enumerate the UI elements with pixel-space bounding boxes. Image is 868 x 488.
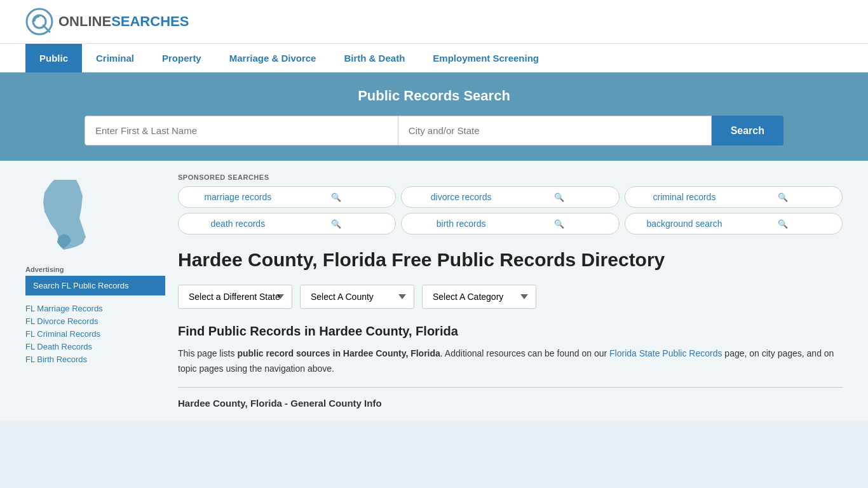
nav-item-marriage[interactable]: Marriage & Divorce xyxy=(215,44,330,72)
search-icon: 🔍 xyxy=(287,219,386,229)
name-input[interactable] xyxy=(85,116,398,146)
florida-map xyxy=(25,173,165,258)
logo-text: ONLINESEARCHES xyxy=(58,13,189,30)
list-item: FL Birth Records xyxy=(25,354,165,364)
sponsored-item[interactable]: divorce records 🔍 xyxy=(401,186,619,208)
site-header: ONLINESEARCHES xyxy=(0,0,868,43)
list-item: FL Criminal Records xyxy=(25,329,165,339)
logo: ONLINESEARCHES xyxy=(25,8,189,36)
main-content: SPONSORED SEARCHES marriage records 🔍 di… xyxy=(178,173,843,409)
florida-map-svg xyxy=(25,173,102,256)
logo-online: ONLINE xyxy=(58,13,111,29)
main-nav: Public Criminal Property Marriage & Divo… xyxy=(0,43,868,72)
county-info-title: Hardee County, Florida - General County … xyxy=(178,398,843,409)
find-records-title: Find Public Records in Hardee County, Fl… xyxy=(178,324,843,339)
sponsored-item[interactable]: background search 🔍 xyxy=(625,213,843,234)
state-dropdown[interactable]: Select a Different State xyxy=(178,285,292,309)
sidebar-ad-section: Advertising Search FL Public Records FL … xyxy=(25,266,165,364)
find-body-text1: This page lists xyxy=(178,348,237,358)
list-item: FL Death Records xyxy=(25,341,165,351)
nav-item-employment[interactable]: Employment Screening xyxy=(419,44,553,72)
sponsored-death: death records xyxy=(189,219,287,229)
find-body-text2: . Additional resources can be found on o… xyxy=(440,348,609,358)
sponsored-divorce: divorce records xyxy=(412,192,510,202)
search-icon: 🔍 xyxy=(287,193,386,202)
list-item: FL Divorce Records xyxy=(25,316,165,326)
find-body-bold: public record sources in Hardee County, … xyxy=(237,348,440,358)
main-container: Advertising Search FL Public Records FL … xyxy=(0,161,868,421)
sponsored-background: background search xyxy=(635,219,734,229)
sponsored-item[interactable]: criminal records 🔍 xyxy=(625,186,843,208)
sponsored-birth: birth records xyxy=(412,219,510,229)
svg-line-2 xyxy=(43,25,50,32)
logo-icon xyxy=(25,8,53,36)
find-records-body: This page lists public record sources in… xyxy=(178,346,843,377)
county-dropdown[interactable]: Select A County xyxy=(300,285,414,309)
logo-searches: SEARCHES xyxy=(111,13,189,29)
section-divider xyxy=(178,387,843,388)
sponsored-criminal: criminal records xyxy=(635,192,734,202)
fl-divorce-link[interactable]: FL Divorce Records xyxy=(25,316,98,326)
sidebar-ad-label: Advertising xyxy=(25,266,165,273)
fl-death-link[interactable]: FL Death Records xyxy=(25,342,92,351)
page-title: Hardee County, Florida Free Public Recor… xyxy=(178,247,843,272)
sponsored-marriage: marriage records xyxy=(189,192,287,202)
sponsored-grid: marriage records 🔍 divorce records 🔍 cri… xyxy=(178,186,843,234)
hero-banner: Public Records Search Search xyxy=(0,72,868,161)
fl-marriage-link[interactable]: FL Marriage Records xyxy=(25,304,103,313)
fl-birth-link[interactable]: FL Birth Records xyxy=(25,355,87,364)
nav-item-public[interactable]: Public xyxy=(25,44,82,72)
hero-title: Public Records Search xyxy=(25,88,843,104)
dropdowns-row: Select a Different State Select A County… xyxy=(178,285,843,309)
sidebar-links: FL Marriage Records FL Divorce Records F… xyxy=(25,303,165,364)
search-button[interactable]: Search xyxy=(712,116,783,146)
nav-item-criminal[interactable]: Criminal xyxy=(82,44,148,72)
search-icon: 🔍 xyxy=(733,193,832,202)
search-icon: 🔍 xyxy=(510,193,609,202)
fl-criminal-link[interactable]: FL Criminal Records xyxy=(25,329,100,339)
search-form: Search xyxy=(85,116,783,146)
search-icon: 🔍 xyxy=(733,219,832,229)
sidebar-search-button[interactable]: Search FL Public Records xyxy=(25,276,165,295)
category-dropdown[interactable]: Select A Category xyxy=(422,285,536,309)
location-input[interactable] xyxy=(398,116,712,146)
nav-item-property[interactable]: Property xyxy=(148,44,215,72)
florida-state-link[interactable]: Florida State Public Records xyxy=(609,348,722,358)
sponsored-item[interactable]: birth records 🔍 xyxy=(401,213,619,234)
list-item: FL Marriage Records xyxy=(25,303,165,313)
sponsored-label: SPONSORED SEARCHES xyxy=(178,173,843,181)
sponsored-item[interactable]: marriage records 🔍 xyxy=(178,186,396,208)
sidebar: Advertising Search FL Public Records FL … xyxy=(25,173,165,409)
nav-item-birth[interactable]: Birth & Death xyxy=(330,44,419,72)
sponsored-item[interactable]: death records 🔍 xyxy=(178,213,396,234)
search-icon: 🔍 xyxy=(510,219,609,229)
